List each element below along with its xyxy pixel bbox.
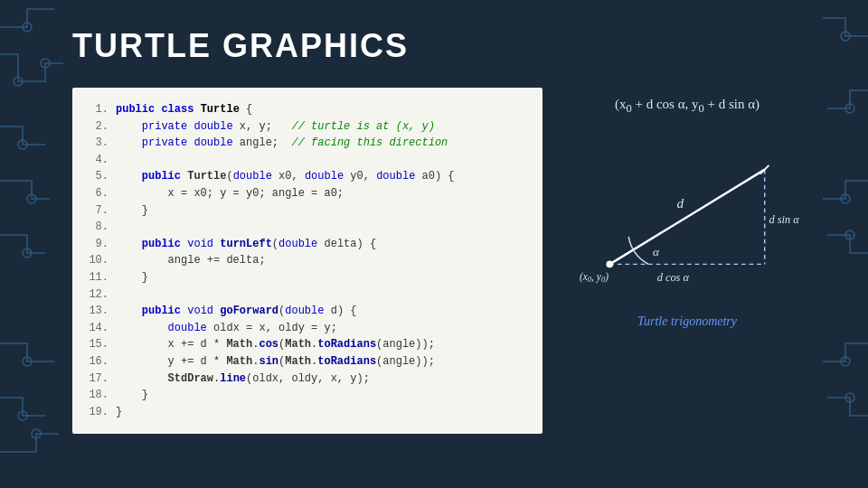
- line-num: 4.: [89, 152, 108, 169]
- code-line-8: 8.: [89, 219, 526, 236]
- code-line-4: 4.: [89, 152, 526, 169]
- code-line-3: 3. private double angle; // facing this …: [89, 135, 526, 152]
- code-line-13: 13. public void goForward(double d) {: [89, 303, 526, 320]
- code-line-18: 18. }: [89, 387, 526, 404]
- code-line-16: 16. y += d * Math.sin(Math.toRadians(ang…: [89, 353, 526, 371]
- code-line-6: 6. x = x0; y = y0; angle = a0;: [89, 185, 526, 202]
- svg-point-20: [606, 261, 613, 268]
- code-line-11: 11. }: [89, 269, 526, 286]
- svg-text:α: α: [653, 245, 660, 258]
- code-line-1: 1. public class Turtle {: [89, 101, 526, 118]
- code-block: 1. public class Turtle { 2. private doub…: [72, 88, 542, 434]
- code-line-10: 10. angle += delta;: [89, 252, 526, 269]
- line-num: 10.: [89, 252, 108, 269]
- line-num: 14.: [89, 320, 108, 337]
- code-line-9: 9. public void turnLeft(double delta) {: [89, 236, 526, 253]
- line-num: 13.: [89, 303, 108, 320]
- line-num: 3.: [89, 135, 108, 152]
- code-line-15: 15. x += d * Math.cos(Math.toRadians(ang…: [89, 336, 526, 353]
- line-num: 19.: [89, 404, 108, 421]
- trig-diagram: d d sin α α d cos α (x0, y0): [570, 127, 805, 307]
- line-num: 1.: [89, 101, 108, 118]
- code-line-14: 14. double oldx = x, oldy = y;: [89, 320, 526, 337]
- page-title: TURTLE GRAPHICS: [72, 27, 814, 65]
- line-num: 12.: [89, 286, 108, 304]
- svg-text:d cos α: d cos α: [657, 271, 690, 284]
- svg-text:d sin α: d sin α: [769, 213, 799, 226]
- code-line-7: 7. }: [89, 202, 526, 220]
- code-line-17: 17. StdDraw.line(oldx, oldy, x, y);: [89, 371, 526, 388]
- code-line-19: 19. }: [89, 404, 526, 421]
- code-line-5: 5. public Turtle(double x0, double y0, d…: [89, 168, 526, 185]
- svg-text:d: d: [677, 195, 684, 211]
- content-area: 1. public class Turtle { 2. private doub…: [72, 88, 814, 434]
- line-num: 18.: [89, 387, 108, 404]
- svg-text:(x0, y0): (x0, y0): [580, 271, 609, 285]
- diagram-section: (x0 + d cos α, y0 + d sin α): [561, 88, 814, 434]
- line-num: 9.: [89, 236, 108, 253]
- line-num: 16.: [89, 353, 108, 371]
- line-num: 8.: [89, 219, 108, 236]
- code-line-2: 2. private double x, y; // turtle is at …: [89, 118, 526, 136]
- line-num: 15.: [89, 336, 108, 353]
- line-num: 7.: [89, 202, 108, 220]
- turtle-trigonometry-label: Turtle trigonometry: [637, 314, 737, 329]
- formula-label: (x0 + d cos α, y0 + d sin α): [615, 97, 760, 116]
- line-num: 5.: [89, 168, 108, 185]
- line-num: 2.: [89, 118, 108, 136]
- line-num: 11.: [89, 269, 108, 286]
- line-num: 6.: [89, 185, 108, 202]
- line-num: 17.: [89, 371, 108, 388]
- code-line-12: 12.: [89, 286, 526, 304]
- code-section: 1. public class Turtle { 2. private doub…: [72, 88, 542, 434]
- main-content: TURTLE GRAPHICS 1. public class Turtle {…: [0, 0, 868, 452]
